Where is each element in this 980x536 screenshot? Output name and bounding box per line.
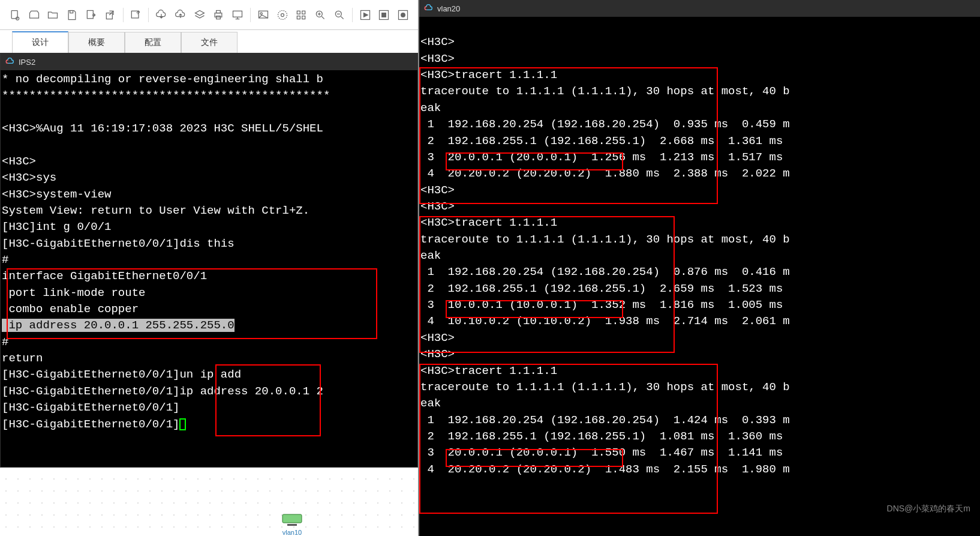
open-icon[interactable] [25,5,43,25]
term-line: return [2,352,43,365]
svg-rect-4 [106,13,112,19]
tab-overview[interactable]: 概要 [68,32,125,53]
tab-row: 设计 概要 配置 文件 [0,30,418,53]
right-pane: vlan20 <H3C> <H3C> <H3C>tracert 1.1.1.1 … [418,0,980,536]
term-line: <H3C>tracert 1.1.1.1 [420,364,557,378]
term-line: [H3C-GigabitEthernet0/0/1]ip address 20.… [2,385,323,398]
term-line: interface GigabitEthernet0/0/1 [2,270,207,283]
term-line: 3 10.0.0.1 (10.0.0.1) 1.352 ms 1.816 ms … [420,298,783,312]
svg-rect-17 [302,16,305,19]
separator [250,8,251,22]
term-line: <H3C>system-view [2,188,111,201]
settings-icon[interactable] [273,5,291,25]
svg-rect-26 [287,524,297,526]
term-line: traceroute to 1.1.1.1 (1.1.1.1), 30 hops… [420,233,790,246]
svg-rect-14 [297,11,300,14]
term-line: System View: return to User View with Ct… [2,204,309,217]
svg-rect-9 [233,11,242,17]
cloud-up-icon[interactable] [172,5,190,25]
left-pane: 设计 概要 配置 文件 IPS2 * no decompiling or rev… [0,0,418,536]
svg-rect-8 [217,16,221,19]
term-line: <H3C> [420,184,455,197]
svg-rect-15 [302,11,305,14]
terminal-title-bar-right[interactable]: vlan20 [419,0,980,17]
svg-point-13 [278,10,287,19]
terminal-body-ips2[interactable]: * no decompiling or reverse-engineering … [1,70,417,467]
play-icon[interactable] [356,5,374,25]
term-line: 4 20.20.0.2 (20.20.0.2) 1.880 ms 2.388 m… [420,167,790,180]
term-line: combo enable copper [2,303,139,316]
term-line: * no decompiling or reverse-engineering … [2,73,323,86]
zoom-out-icon[interactable] [330,5,348,25]
terminal-title-text: IPS2 [19,58,35,67]
term-line: <H3C>tracert 1.1.1.1 [420,216,557,229]
cloud-icon [5,58,15,66]
svg-rect-3 [87,10,93,18]
svg-rect-16 [297,16,300,19]
term-line-highlighted: ip address 20.0.0.1 255.255.255.0 [2,319,235,332]
term-line: <H3C>%Aug 11 16:19:17:038 2023 H3C SHELL… [2,122,323,135]
record-icon[interactable] [394,5,412,25]
term-line: traceroute to 1.1.1.1 (1.1.1.1), 30 hops… [420,85,790,98]
export-icon[interactable] [82,5,100,25]
term-line: <H3C> [420,200,455,213]
term-line: [H3C]int g 0/0/1 [2,220,111,233]
svg-rect-7 [217,10,221,13]
separator [352,8,353,22]
term-line: [H3C-GigabitEthernet0/0/1]dis this [2,237,235,250]
term-line: <H3C> [2,155,36,168]
terminal-title-text-right: vlan20 [437,4,460,13]
image-icon[interactable] [254,5,272,25]
term-line: traceroute to 1.1.1.1 (1.1.1.1), 30 hops… [420,381,790,394]
term-line: <H3C> [420,348,455,361]
terminal-body-vlan20[interactable]: <H3C> <H3C> <H3C>tracert 1.1.1.1 tracero… [419,17,980,536]
svg-point-24 [401,13,405,17]
zoom-in-icon[interactable] [311,5,329,25]
term-line: <H3C> [420,331,455,345]
term-line: [H3C-GigabitEthernet0/0/1] [2,401,179,414]
toolbar [0,0,418,30]
term-line: 1 192.168.20.254 (192.168.20.254) 0.935 … [420,118,790,131]
term-line: ****************************************… [2,89,330,102]
term-line: <H3C> [420,35,455,49]
cloud-icon [424,4,434,13]
printer-icon[interactable] [210,5,228,25]
edit-icon[interactable] [127,5,145,25]
new-doc-icon[interactable] [6,5,24,25]
svg-rect-25 [282,514,302,523]
term-line: <H3C>tracert 1.1.1.1 [420,68,557,82]
grid-icon[interactable] [293,5,311,25]
save-icon[interactable] [63,5,81,25]
term-line: 2 192.168.255.1 (192.168.255.1) 1.081 ms… [420,430,790,443]
term-line: 4 20.20.0.2 (20.20.0.2) 1.483 ms 2.155 m… [420,463,790,476]
term-line: port link-mode route [2,286,145,300]
device-vlan10[interactable]: vlan10 [277,512,307,535]
folder-icon[interactable] [44,5,62,25]
canvas-area[interactable]: IPS2 * no decompiling or reverse-enginee… [0,53,418,536]
svg-point-11 [260,12,262,14]
terminal-ips2[interactable]: IPS2 * no decompiling or reverse-enginee… [0,53,418,468]
term-line: 1 192.168.20.254 (192.168.20.254) 1.424 … [420,414,790,427]
svg-point-12 [281,13,284,16]
cloud-down-icon[interactable] [152,5,170,25]
term-line: # [2,253,8,266]
tab-config[interactable]: 配置 [125,32,181,53]
term-line: 1 192.168.20.254 (192.168.20.254) 0.876 … [420,265,790,279]
term-line: # [2,336,8,349]
stop-icon[interactable] [375,5,393,25]
term-line: eak [420,249,441,262]
terminal-title-bar[interactable]: IPS2 [1,53,417,70]
monitor-icon[interactable] [229,5,246,25]
device-label: vlan10 [277,529,307,536]
term-line: eak [420,397,441,410]
separator [148,8,149,22]
term-line: 4 10.10.0.2 (10.10.0.2) 1.938 ms 2.714 m… [420,315,790,328]
term-line: 3 20.0.0.1 (20.0.0.1) 1.550 ms 1.467 ms … [420,446,783,459]
layers-icon[interactable] [191,5,209,25]
tab-design[interactable]: 设计 [12,31,68,53]
external-icon[interactable] [101,5,119,25]
term-line: eak [420,101,441,115]
svg-rect-2 [70,10,73,13]
svg-rect-22 [382,13,386,17]
tab-file[interactable]: 文件 [181,32,238,53]
